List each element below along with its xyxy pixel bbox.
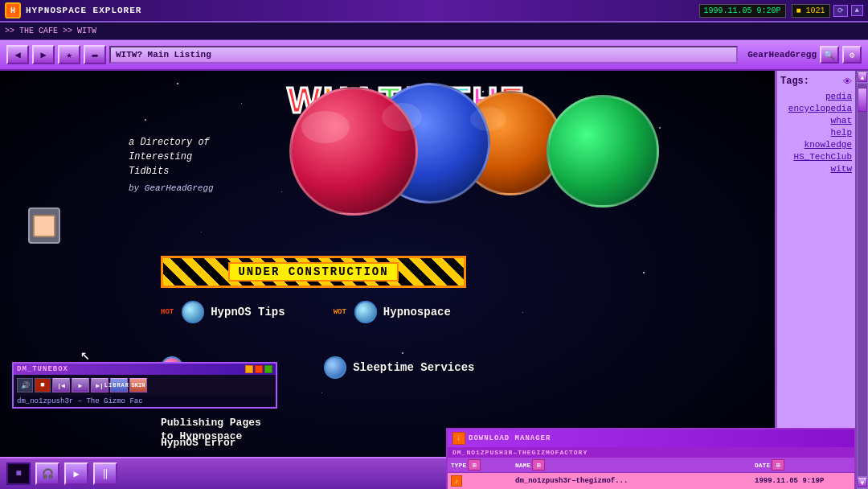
subtitle-line2: Interesting: [129, 150, 214, 164]
publishing-label1: Publishing Pages: [161, 417, 261, 430]
menu-item-hypnos-tips[interactable]: HOT HypnOS Tips: [161, 301, 285, 323]
tag-encyclopedia[interactable]: encyclopedia: [780, 104, 852, 113]
menu-ball-tips: [182, 301, 204, 323]
tag-witw[interactable]: witw: [780, 164, 852, 174]
taskbar-black-btn[interactable]: ■: [6, 462, 31, 485]
menu-item-sleeptime[interactable]: Sleeptime Services: [324, 356, 474, 379]
back-button[interactable]: ◀: [6, 45, 29, 64]
hypnos-error-text: HypnOS Error: [161, 437, 236, 449]
dm-file-icon: ♪: [451, 475, 462, 487]
taskbar-stop-btn[interactable]: ‖: [93, 462, 117, 485]
col-date-header: DATE ⊞: [755, 459, 851, 471]
dm-cell-type: ♪: [451, 475, 515, 487]
tunebox-prev-button[interactable]: |◀: [52, 378, 70, 392]
col-name-sort[interactable]: ⊞: [532, 459, 545, 471]
tag-help[interactable]: help: [780, 128, 852, 138]
tunebox-title-bar: DM_TUNEBOX: [14, 364, 276, 375]
download-manager-subheader: DM_NO1ZPUSH3R–THEGIZMOFACTORY: [448, 447, 854, 458]
subtitle-line3: Tidbits: [129, 164, 214, 179]
tunebox-minimize[interactable]: [245, 365, 253, 373]
title-bar-right: 1999.11.05 9:20P ■ 1021 ⟳ ▲: [697, 4, 863, 18]
avatar-face: [33, 215, 55, 237]
page-title: WITW? Main Listing: [109, 46, 738, 64]
page-button[interactable]: ▬: [84, 45, 106, 64]
download-manager-header: ↓ DOWNLOAD MANAGER: [448, 429, 854, 447]
col-name-label: NAME: [515, 462, 530, 469]
tunebox-controls: 🔊 ■ |◀ ▶ ▶| LIBRARY SKIN: [14, 375, 276, 396]
tunebox-speaker-icon: 🔊: [17, 378, 33, 392]
taskbar: ■ 🎧 ▶ ‖: [0, 457, 446, 489]
scroll-down-button[interactable]: ▼: [858, 478, 867, 487]
browser-content: W H A T I N T H E W O R L D ?: [0, 71, 775, 489]
app-title: HYPNOSPACE EXPLORER: [26, 6, 697, 15]
wot-badge: WOT: [334, 308, 346, 316]
score-value: 1021: [806, 6, 825, 15]
eye-icon[interactable]: 👁: [843, 76, 852, 87]
globe-decoration: [273, 79, 579, 232]
dm-cell-name: dm_no1zpush3r–thegizmof...: [515, 477, 755, 485]
col-date-label: DATE: [755, 462, 770, 469]
dm-tunebox: DM_TUNEBOX 🔊 ■ |◀ ▶ ▶| LIBRARY SKIN dm_n…: [12, 362, 277, 409]
main-area: W H A T I N T H E W O R L D ?: [0, 71, 868, 489]
tag-pedia[interactable]: pedia: [780, 92, 852, 101]
download-table-row[interactable]: ♪ dm_no1zpush3r–thegizmof... 1999.11.05 …: [448, 473, 854, 489]
hypnospace-btn[interactable]: ⟳: [833, 5, 848, 17]
address-path: >> THE CAFE >> WITW: [5, 27, 96, 35]
tunebox-title-text: DM_TUNEBOX: [17, 365, 68, 373]
subtitle-line1: a Directory of: [129, 135, 214, 150]
search-button[interactable]: 🔍: [820, 46, 839, 64]
download-icon: ↓: [452, 432, 465, 445]
score-icon: ■: [796, 6, 801, 15]
star-button[interactable]: ★: [58, 45, 80, 64]
tags-header: Tags: 👁: [780, 76, 852, 87]
avatar-body: [28, 208, 60, 244]
menu-label-tips: HypnOS Tips: [211, 306, 285, 318]
dm-cell-date: 1999.11.05 9:19P: [755, 477, 851, 485]
nav-bar: ◀ ▶ ★ ▬ WITW? Main Listing GearHeadGregg…: [0, 40, 868, 71]
scroll-track: [858, 84, 867, 476]
tag-what[interactable]: what: [780, 116, 852, 125]
col-type-sort[interactable]: ⊞: [468, 459, 481, 471]
subtitle-byline: by GearHeadGregg: [129, 182, 214, 195]
tunebox-library-button[interactable]: LIBRARY: [110, 378, 128, 392]
tunebox-expand[interactable]: [264, 365, 272, 373]
tunebox-skin-button[interactable]: SKIN: [129, 378, 147, 392]
tags-sidebar: Tags: 👁 pedia encyclopedia what help kno…: [775, 71, 855, 489]
tunebox-track-display: dm_no1zpush3r – The Gizmo Fac: [14, 396, 276, 407]
col-name-header: NAME ⊞: [515, 459, 755, 471]
title-bar: H HYPNOSPACE EXPLORER 1999.11.05 9:20P ■…: [0, 0, 868, 23]
under-construction-text: UNDER CONSTRUCTION: [228, 262, 398, 281]
download-manager: ↓ DOWNLOAD MANAGER DM_NO1ZPUSH3R–THEGIZM…: [446, 428, 856, 489]
download-table-header: TYPE ⊞ NAME ⊞ DATE ⊞: [448, 458, 854, 473]
menu-ball-hypnospace: [354, 301, 377, 323]
address-bar: >> THE CAFE >> WITW: [0, 23, 868, 40]
tag-knowledge[interactable]: knowledge: [780, 140, 852, 150]
avatar: [24, 208, 64, 248]
col-type-label: TYPE: [451, 462, 466, 469]
app-icon: H: [5, 2, 21, 18]
settings-button[interactable]: ⚙: [842, 46, 862, 64]
tunebox-stop-button[interactable]: ■: [35, 378, 51, 392]
corner-btn[interactable]: ▲: [851, 5, 863, 16]
scroll-thumb[interactable]: [858, 88, 867, 112]
taskbar-headphone-btn[interactable]: 🎧: [35, 462, 59, 485]
menu-label-hypnospace: Hypnospace: [383, 306, 451, 318]
scroll-up-button[interactable]: ▲: [858, 72, 867, 82]
col-type-header: TYPE ⊞: [451, 459, 515, 471]
clock-display: 1999.11.05 9:20P: [699, 4, 786, 18]
menu-label-sleeptime: Sleeptime Services: [353, 361, 474, 374]
logo-subtitle: a Directory of Interesting Tidbits by Ge…: [129, 135, 214, 195]
menu-item-hypnospace[interactable]: WOT Hypnospace: [334, 301, 451, 323]
menu-row-1: HOT HypnOS Tips WOT Hypnospace: [161, 301, 451, 323]
forward-button[interactable]: ▶: [32, 45, 55, 64]
under-construction-banner: UNDER CONSTRUCTION: [161, 256, 466, 288]
user-display: GearHeadGregg: [747, 50, 817, 60]
tags-label: Tags:: [780, 76, 809, 87]
tag-hs-techclub[interactable]: HS_TechClub: [780, 152, 852, 162]
scrollbar: ▲ ▼: [855, 71, 868, 489]
col-date-sort[interactable]: ⊞: [772, 459, 784, 471]
tunebox-play-button[interactable]: ▶: [72, 378, 89, 392]
tunebox-close[interactable]: [255, 365, 263, 373]
hot-badge: HOT: [161, 308, 174, 316]
taskbar-play-btn[interactable]: ▶: [64, 462, 88, 485]
